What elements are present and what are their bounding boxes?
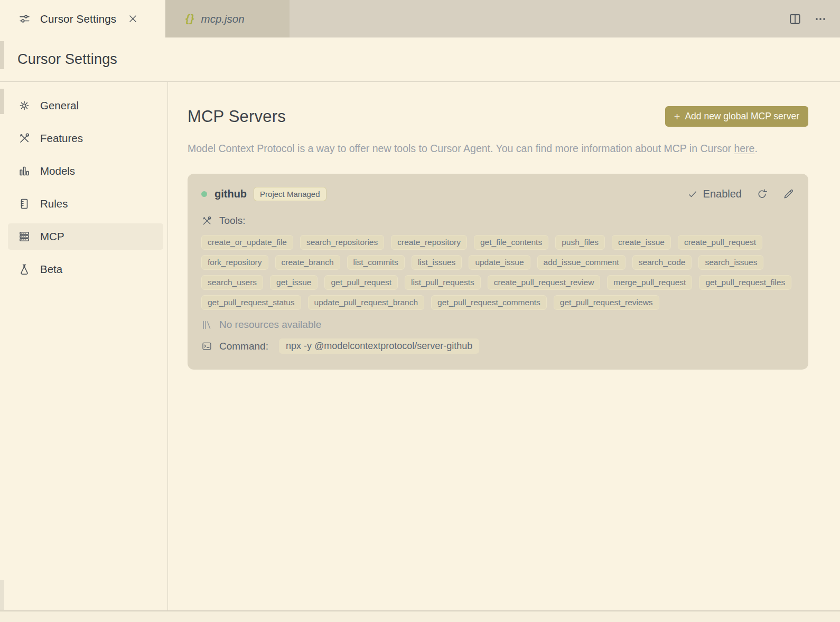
more-actions-icon[interactable] bbox=[814, 12, 827, 26]
sidebar-item-label: Beta bbox=[40, 263, 62, 276]
sidebar-item-label: General bbox=[40, 99, 79, 112]
tool-tag: get_pull_request_files bbox=[699, 275, 791, 290]
command-row: Command: npx -y @modelcontextprotocol/se… bbox=[201, 338, 795, 354]
bottom-strip bbox=[0, 610, 840, 622]
json-braces-icon: {} bbox=[185, 13, 195, 25]
tools-icon bbox=[201, 215, 212, 227]
close-icon[interactable] bbox=[128, 14, 138, 24]
tool-tag: add_issue_comment bbox=[537, 255, 626, 270]
settings-sidebar: General Features bbox=[0, 82, 168, 610]
sidebar-item-label: Rules bbox=[40, 197, 68, 210]
tab-label: Cursor Settings bbox=[40, 13, 116, 25]
sidebar-item-beta[interactable]: Beta bbox=[8, 256, 163, 282]
tool-tag: create_repository bbox=[391, 235, 467, 250]
tool-tag: create_branch bbox=[275, 255, 340, 270]
resources-row: No resources available bbox=[201, 319, 795, 331]
tab-cursor-settings[interactable]: Cursor Settings bbox=[0, 0, 165, 37]
tool-tag: list_issues bbox=[412, 255, 462, 270]
tool-tag: create_pull_request_review bbox=[488, 275, 601, 290]
page-heading: MCP Servers bbox=[188, 107, 286, 126]
split-editor-icon[interactable] bbox=[788, 12, 802, 26]
left-gutter-segment bbox=[0, 580, 4, 610]
tool-tag: update_pull_request_branch bbox=[308, 295, 425, 310]
sidebar-item-label: Features bbox=[40, 132, 83, 145]
description-text-end: . bbox=[754, 143, 757, 154]
tool-tag: push_files bbox=[555, 235, 605, 250]
left-gutter-segment bbox=[0, 89, 4, 114]
enabled-label: Enabled bbox=[703, 188, 742, 200]
description-text: Model Context Protocol is a way to offer… bbox=[188, 143, 734, 154]
tab-label: mcp.json bbox=[201, 13, 245, 25]
sidebar-item-models[interactable]: Models bbox=[8, 158, 163, 184]
page-title: Cursor Settings bbox=[17, 51, 117, 68]
ruled-document-icon bbox=[17, 197, 31, 210]
tab-mcp-json[interactable]: {} mcp.json bbox=[165, 0, 290, 37]
add-global-mcp-server-button[interactable]: + Add new global MCP server bbox=[665, 106, 808, 127]
library-icon bbox=[201, 319, 212, 331]
check-icon bbox=[687, 189, 698, 200]
sidebar-item-features[interactable]: Features bbox=[8, 125, 163, 152]
here-link[interactable]: here bbox=[734, 143, 754, 154]
tool-tag: get_pull_request_comments bbox=[431, 295, 547, 310]
cursor-settings-window: Cursor Settings {} mcp.json Cursor Setti… bbox=[0, 0, 840, 622]
server-stack-icon bbox=[17, 230, 31, 243]
tab-bar-actions bbox=[788, 0, 840, 37]
tools-icon bbox=[17, 132, 31, 145]
tool-tag: get_issue bbox=[270, 275, 318, 290]
tool-tag: list_pull_requests bbox=[405, 275, 481, 290]
tool-tag: list_commits bbox=[347, 255, 405, 270]
tool-tag: search_issues bbox=[698, 255, 763, 270]
tools-label: Tools: bbox=[219, 215, 246, 227]
editor-tab-bar: Cursor Settings {} mcp.json bbox=[0, 0, 840, 37]
tool-tag: merge_pull_request bbox=[607, 275, 692, 290]
tool-tag: fork_repository bbox=[201, 255, 268, 270]
project-managed-badge: Project Managed bbox=[254, 187, 326, 201]
plus-icon: + bbox=[674, 111, 680, 122]
server-name: github bbox=[214, 188, 247, 200]
sidebar-item-label: Models bbox=[40, 165, 75, 177]
command-label: Command: bbox=[219, 341, 268, 352]
tool-tag: update_issue bbox=[469, 255, 530, 270]
tool-tag: create_issue bbox=[612, 235, 671, 250]
refresh-icon[interactable] bbox=[756, 188, 768, 200]
sidebar-item-rules[interactable]: Rules bbox=[8, 191, 163, 217]
command-value: npx -y @modelcontextprotocol/server-gith… bbox=[279, 338, 479, 354]
tool-tag: get_pull_request_reviews bbox=[554, 295, 659, 310]
edit-pencil-icon[interactable] bbox=[782, 188, 795, 200]
mcp-settings-panel: MCP Servers + Add new global MCP server … bbox=[168, 82, 840, 610]
tools-row: Tools: bbox=[201, 215, 795, 227]
terminal-icon bbox=[201, 341, 212, 352]
sidebar-item-mcp[interactable]: MCP bbox=[8, 223, 163, 250]
mcp-description: Model Context Protocol is a way to offer… bbox=[188, 139, 806, 158]
tool-tag-list: create_or_update_file search_repositorie… bbox=[201, 235, 795, 310]
left-gutter-segment bbox=[0, 41, 4, 69]
tab-bar-spacer bbox=[290, 0, 788, 37]
tool-tag: search_code bbox=[632, 255, 692, 270]
sidebar-item-general[interactable]: General bbox=[8, 92, 163, 119]
tool-tag: get_file_contents bbox=[474, 235, 548, 250]
mcp-server-card-github: github Project Managed Enabled bbox=[188, 174, 808, 370]
gear-icon bbox=[17, 99, 31, 112]
tool-tag: search_repositories bbox=[300, 235, 384, 250]
enabled-toggle[interactable]: Enabled bbox=[687, 188, 742, 200]
settings-title-bar: Cursor Settings bbox=[0, 37, 840, 82]
flask-icon bbox=[17, 263, 31, 276]
tool-tag: get_pull_request_status bbox=[201, 295, 301, 310]
server-status-dot bbox=[201, 191, 207, 197]
tool-tag: get_pull_request bbox=[324, 275, 398, 290]
tool-tag: create_pull_request bbox=[678, 235, 762, 250]
sidebar-item-label: MCP bbox=[40, 230, 64, 243]
sliders-icon bbox=[18, 12, 31, 25]
resources-text: No resources available bbox=[219, 319, 321, 331]
tool-tag: search_users bbox=[201, 275, 263, 290]
add-button-label: Add new global MCP server bbox=[685, 111, 799, 122]
bar-chart-icon bbox=[17, 165, 31, 177]
tool-tag: create_or_update_file bbox=[201, 235, 293, 250]
